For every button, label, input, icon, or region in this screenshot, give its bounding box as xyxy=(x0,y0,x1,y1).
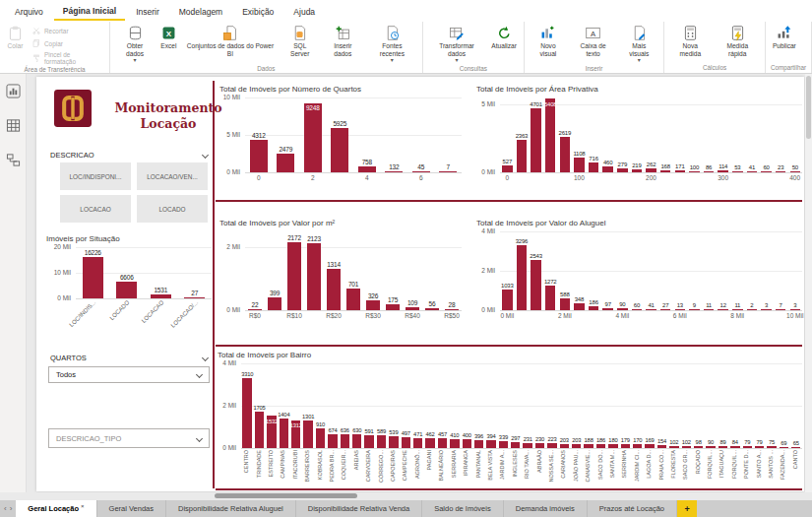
add-page-button[interactable]: + xyxy=(677,500,697,517)
bar[interactable] xyxy=(589,162,599,172)
bar[interactable] xyxy=(694,446,703,448)
slicer-quartos-header[interactable]: QUARTOS xyxy=(50,354,208,362)
inserir-dados-button[interactable]: Inserir dados xyxy=(321,23,366,59)
bar[interactable] xyxy=(560,298,571,310)
bar[interactable] xyxy=(307,243,321,310)
bar[interactable] xyxy=(755,446,764,448)
fontes-recentes-button[interactable]: Fontes recentes▾ xyxy=(365,23,419,65)
slicer-button-locado[interactable]: LOCADO xyxy=(137,195,208,223)
bar[interactable] xyxy=(718,446,727,448)
bar[interactable] xyxy=(364,435,373,448)
bar[interactable] xyxy=(535,443,544,448)
descricao-tipo-dropdown[interactable]: DESCRICAO_TIPO xyxy=(48,428,210,448)
page-tab-disponibilidade-relativa-venda[interactable]: Disponibilidade Relativa Venda xyxy=(296,500,422,517)
bar[interactable] xyxy=(287,242,301,311)
bar[interactable] xyxy=(791,447,800,449)
bar[interactable] xyxy=(523,443,531,448)
bar[interactable] xyxy=(463,439,471,448)
bar[interactable] xyxy=(669,446,678,448)
horizontal-scrollbar-thumb[interactable] xyxy=(215,493,357,498)
bar[interactable] xyxy=(682,446,691,448)
bar[interactable] xyxy=(617,168,628,172)
bar[interactable] xyxy=(646,309,656,311)
ribbon-tab-pa-gina-inicial[interactable]: Página Inicial xyxy=(54,2,125,21)
bar[interactable] xyxy=(83,257,103,298)
bar[interactable] xyxy=(675,170,686,172)
bar[interactable] xyxy=(386,304,400,310)
slicer-button-loc-indisponi[interactable]: LOC/INDISPONI... xyxy=(60,162,131,190)
conjuntos-de-dados-do-power-bi-button[interactable]: Conjuntos de dados do Power BI xyxy=(181,23,280,59)
bar[interactable] xyxy=(406,307,419,310)
bar[interactable] xyxy=(730,446,739,448)
bar[interactable] xyxy=(706,446,715,448)
bar[interactable] xyxy=(517,140,528,172)
bar[interactable] xyxy=(747,309,758,311)
bar[interactable] xyxy=(425,308,439,310)
bar[interactable] xyxy=(560,137,571,172)
bar[interactable] xyxy=(633,444,642,448)
bar[interactable] xyxy=(632,169,643,172)
bar[interactable] xyxy=(389,436,398,448)
bar[interactable] xyxy=(531,260,541,310)
bar[interactable] xyxy=(250,140,268,172)
bar[interactable] xyxy=(331,128,348,172)
bar[interactable] xyxy=(502,290,513,310)
sql-server-button[interactable]: SQL Server xyxy=(280,23,321,59)
bar[interactable] xyxy=(248,309,262,311)
bar[interactable] xyxy=(632,309,643,311)
bar[interactable] xyxy=(385,171,403,173)
bar[interactable] xyxy=(445,309,459,311)
bar[interactable] xyxy=(545,286,556,310)
bar[interactable] xyxy=(747,171,758,173)
bar[interactable] xyxy=(474,440,483,449)
bar[interactable] xyxy=(761,171,772,173)
bar[interactable] xyxy=(660,309,671,311)
chevron-down-icon[interactable] xyxy=(202,152,209,159)
bar[interactable] xyxy=(277,154,294,172)
page-tab-geral-locac-a-o[interactable]: Geral Locação× xyxy=(16,500,96,517)
novo-visual-button[interactable]: Novo visual xyxy=(528,23,569,59)
bar[interactable] xyxy=(660,170,671,172)
bar[interactable] xyxy=(517,245,528,310)
bar[interactable] xyxy=(761,309,772,311)
horizontal-scrollbar[interactable] xyxy=(0,492,812,500)
bar[interactable] xyxy=(304,103,322,172)
bar[interactable] xyxy=(732,309,743,311)
bar[interactable] xyxy=(116,282,137,298)
bar[interactable] xyxy=(486,440,495,448)
bar[interactable] xyxy=(255,412,264,448)
vertical-scrollbar[interactable] xyxy=(805,74,812,492)
next-page-icon[interactable]: › xyxy=(10,504,13,513)
bar[interactable] xyxy=(602,166,613,172)
bar[interactable] xyxy=(531,108,541,172)
bar[interactable] xyxy=(718,309,728,311)
bar[interactable] xyxy=(584,444,593,448)
bar[interactable] xyxy=(413,438,422,448)
bar[interactable] xyxy=(184,297,205,299)
bar[interactable] xyxy=(675,309,686,311)
bar[interactable] xyxy=(776,309,786,311)
bar[interactable] xyxy=(151,294,171,298)
bar[interactable] xyxy=(268,297,281,310)
bar[interactable] xyxy=(732,171,743,173)
bar[interactable] xyxy=(502,165,513,172)
slicer-descricao-header[interactable]: DESCRICAO xyxy=(50,151,208,160)
bar[interactable] xyxy=(511,442,520,448)
chevron-down-icon[interactable] xyxy=(202,355,209,361)
model-view-button[interactable] xyxy=(6,153,21,167)
ribbon-tab-modelagem[interactable]: Modelagem xyxy=(170,3,231,20)
bar[interactable] xyxy=(657,445,666,448)
vertical-scrollbar-thumb[interactable] xyxy=(806,76,811,139)
bar[interactable] xyxy=(780,447,788,449)
bar[interactable] xyxy=(621,444,630,448)
bar[interactable] xyxy=(327,269,341,310)
bar[interactable] xyxy=(412,171,430,173)
bar[interactable] xyxy=(743,446,752,448)
bar[interactable] xyxy=(718,170,728,172)
prev-page-icon[interactable]: ‹ xyxy=(4,504,7,513)
bar[interactable] xyxy=(596,444,605,448)
bar[interactable] xyxy=(689,309,700,311)
bar[interactable] xyxy=(560,444,569,448)
publicar-button[interactable]: Publicar xyxy=(769,23,800,52)
bar[interactable] xyxy=(366,300,380,310)
